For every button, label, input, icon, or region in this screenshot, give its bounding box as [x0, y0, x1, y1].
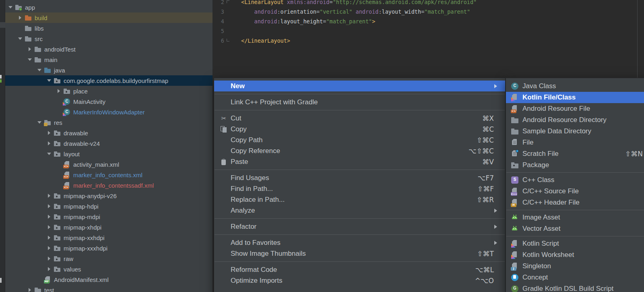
submenu-item-kotlin-worksheet[interactable]: Kotlin Worksheet: [506, 249, 644, 261]
submenu-item-scratch-file[interactable]: Scratch File⇧⌘N: [506, 148, 644, 159]
tree-expand-arrow[interactable]: [16, 16, 25, 20]
tree-row-mipmap-hdpi[interactable]: mipmap-hdpi: [5, 201, 213, 211]
tree-row-res[interactable]: res: [5, 117, 213, 128]
tree-expand-arrow[interactable]: [45, 141, 54, 145]
tree-expand-arrow[interactable]: [54, 89, 63, 93]
menu-item-show-image-thumbnails[interactable]: Show Image Thumbnails⇧⌘T: [214, 248, 505, 259]
submenu-item-android-resource-directory[interactable]: Android Resource Directory: [506, 114, 644, 126]
submenu-item-gradle-kotlin-dsl-build-script[interactable]: GGradle Kotlin DSL Build Script: [506, 283, 644, 292]
submenu-item-c-c-header-file[interactable]: C/C++ Header File: [506, 197, 644, 208]
tree-collapse-arrow[interactable]: [6, 6, 15, 8]
tree-collapse-arrow[interactable]: [25, 58, 34, 61]
tree-expand-arrow[interactable]: [45, 215, 54, 219]
menu-item-paste[interactable]: Paste⌘V: [214, 156, 505, 167]
submenu-item-image-asset[interactable]: Image Asset: [506, 212, 644, 223]
tree-row-libs[interactable]: libs: [5, 23, 213, 33]
tree-row-mipmap-xxxhdpi[interactable]: mipmap-xxxhdpi: [5, 243, 213, 253]
tree-row-androidmanifest-xml[interactable]: AndroidManifest.xml: [5, 274, 213, 285]
tool-window-button-fragment[interactable]: [0, 278, 2, 283]
tree-row-mipmap-xxhdpi[interactable]: mipmap-xxhdpi: [5, 232, 213, 243]
tree-row-java[interactable]: java: [5, 65, 213, 75]
menu-item-find-usages[interactable]: Find Usages⌥F7: [214, 172, 505, 183]
cpp-class-icon: S: [511, 176, 519, 184]
tree-expand-arrow[interactable]: [45, 267, 54, 271]
tree-expand-arrow[interactable]: [45, 257, 54, 261]
folder-gray-icon: [25, 25, 32, 32]
tree-row-mipmap-mdpi[interactable]: mipmap-mdpi: [5, 211, 213, 222]
menu-item-optimize-imports[interactable]: Optimize Imports^⌥O: [214, 275, 505, 286]
submenu-item-label: Kotlin Worksheet: [522, 251, 574, 259]
singleton-icon: [511, 262, 519, 270]
tree-collapse-arrow[interactable]: [35, 69, 44, 71]
tree-row-place[interactable]: place: [5, 86, 213, 96]
tool-window-button-fragment[interactable]: [0, 75, 2, 79]
submenu-item-kotlin-file-class[interactable]: Kotlin File/Class: [506, 92, 644, 103]
tree-collapse-arrow[interactable]: [45, 153, 54, 155]
tree-item-label: place: [73, 88, 88, 95]
menu-icon-spacer: [220, 277, 231, 285]
tree-expand-arrow[interactable]: [45, 236, 54, 240]
menu-item-find-in-path[interactable]: Find in Path...⇧⌘F: [214, 183, 505, 194]
submenu-item-vector-asset[interactable]: Vector Asset: [506, 223, 644, 234]
folder-gray-icon: [511, 127, 519, 135]
folder-pkg-icon: [54, 129, 61, 137]
menu-item-add-to-favorites[interactable]: Add to Favorites: [214, 237, 505, 248]
tree-collapse-arrow[interactable]: [45, 79, 54, 82]
tool-window-button-fragment[interactable]: [0, 79, 2, 83]
submenu-item-android-resource-file[interactable]: Android Resource File: [506, 103, 644, 114]
tool-window-bar[interactable]: [0, 0, 5, 292]
tree-row-com-google-codelabs-buildyourfirstmap[interactable]: com.google.codelabs.buildyourfirstmap: [5, 75, 213, 86]
tree-expand-arrow[interactable]: [45, 194, 54, 198]
tree-expand-arrow[interactable]: [45, 225, 54, 229]
submenu-item-file[interactable]: File: [506, 137, 644, 148]
folder-pkg-icon: [54, 77, 61, 84]
menu-item-new[interactable]: New: [214, 81, 505, 91]
menu-item-copy[interactable]: Copy⌘C: [214, 124, 505, 135]
tree-row-drawable[interactable]: drawable: [5, 128, 213, 138]
tree-expand-arrow[interactable]: [45, 204, 54, 208]
submenu-item-singleton[interactable]: Singleton: [506, 261, 644, 272]
menu-item-cut[interactable]: ✂Cut⌘X: [214, 113, 505, 124]
submenu-item-kotlin-script[interactable]: Kotlin Script: [506, 238, 644, 249]
menu-item-copy-path[interactable]: Copy Path⇧⌘C: [214, 135, 505, 145]
tree-row-markerinfowindowadapter[interactable]: CMarkerInfoWindowAdapter: [5, 107, 213, 117]
submenu-item-java-class[interactable]: CJava Class: [506, 81, 644, 92]
tree-row-raw[interactable]: raw: [5, 253, 213, 264]
menu-item-link-c-project-with-gradle[interactable]: Link C++ Project with Gradle: [214, 97, 505, 108]
tree-row-mipmap-xhdpi[interactable]: mipmap-xhdpi: [5, 222, 213, 232]
submenu-item-concept[interactable]: Concept: [506, 272, 644, 283]
tree-expand-arrow[interactable]: [45, 131, 54, 135]
tree-collapse-arrow[interactable]: [16, 37, 25, 40]
menu-item-reformat-code[interactable]: Reformat Code⌥⌘L: [214, 264, 505, 275]
tree-row-marker-info-contentssadf-xml[interactable]: marker_info_contentssadf.xml: [5, 180, 213, 191]
android-asset-icon: [511, 213, 519, 222]
tree-row-main[interactable]: main: [5, 54, 213, 65]
tree-expand-arrow[interactable]: [45, 246, 54, 250]
tree-row-test[interactable]: test: [5, 285, 213, 292]
tree-row-androidtest[interactable]: androidTest: [5, 44, 213, 54]
menu-icon-spacer: [220, 98, 231, 106]
tree-expand-arrow[interactable]: [25, 288, 34, 292]
tree-row-mainactivity[interactable]: CMainActivity: [5, 96, 213, 107]
menu-item-replace-in-path[interactable]: Replace in Path...⇧⌘R: [214, 194, 505, 205]
tree-row-values[interactable]: values: [5, 264, 213, 274]
tree-row-src[interactable]: src: [5, 33, 213, 44]
tool-window-button-fragment[interactable]: [0, 22, 5, 28]
tree-collapse-arrow[interactable]: [35, 121, 44, 124]
menu-item-refactor[interactable]: Refactor: [214, 221, 505, 232]
submenu-item-package[interactable]: Package: [506, 159, 644, 171]
submenu-item-c-c-source-file[interactable]: C/C++ Source File: [506, 186, 644, 197]
project-tree-panel[interactable]: appbuildlibssrcandroidTestmainjavacom.go…: [5, 0, 213, 292]
tree-row-activity-main-xml[interactable]: activity_main.xml: [5, 159, 213, 170]
tree-row-mipmap-anydpi-v26[interactable]: mipmap-anydpi-v26: [5, 191, 213, 201]
tree-row-app[interactable]: app: [5, 2, 213, 12]
submenu-item-c-class[interactable]: SC++ Class: [506, 174, 644, 186]
submenu-item-sample-data-directory[interactable]: Sample Data Directory: [506, 126, 644, 137]
tree-row-layout[interactable]: layout: [5, 149, 213, 159]
menu-item-copy-reference[interactable]: Copy Reference⌥⇧⌘C: [214, 145, 505, 156]
menu-item-analyze[interactable]: Analyze: [214, 205, 505, 216]
tree-expand-arrow[interactable]: [25, 47, 34, 51]
tree-row-drawable-v24[interactable]: drawable-v24: [5, 138, 213, 149]
tree-row-build[interactable]: build: [5, 12, 213, 23]
tree-row-marker-info-contents-xml[interactable]: marker_info_contents.xml: [5, 170, 213, 180]
